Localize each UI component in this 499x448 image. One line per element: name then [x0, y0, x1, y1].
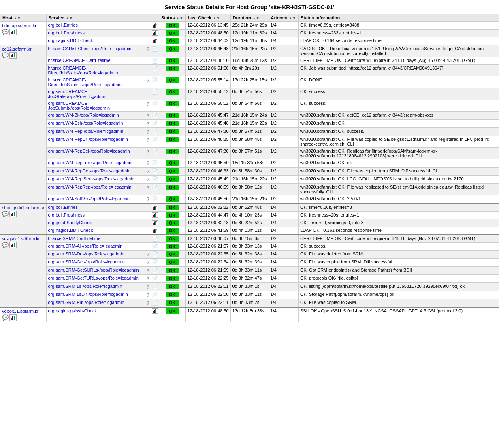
warn-chart-icon[interactable]: [152, 308, 158, 314]
col-status[interactable]: Status ▲▼: [159, 14, 186, 22]
service-link[interactable]: hr.srce.CREAMCE-CertLifetime: [48, 58, 111, 63]
question-icon[interactable]: ?: [146, 196, 149, 202]
service-link[interactable]: org.bdii.Entries: [48, 23, 78, 28]
chat-icon[interactable]: 💬: [2, 29, 9, 35]
file-icon[interactable]: 📄: [152, 101, 158, 106]
service-link[interactable]: org.sam.WN-RepRep-/ops/Role=lcgadmin: [48, 185, 132, 189]
file-icon[interactable]: 📄: [152, 236, 158, 242]
service-link[interactable]: org.sam.WN-RepGet-/ops/Role=lcgadmin: [48, 168, 130, 173]
host-link[interactable]: ce12.sdfarm.kr: [2, 47, 32, 51]
col-service[interactable]: Service ▲▼: [46, 14, 145, 22]
warn-chart-icon[interactable]: [152, 38, 158, 43]
service-link[interactable]: hr.sam.CADist-Check-/ops/Role=lcgadmin: [48, 46, 132, 51]
host-link[interactable]: vobox11.sdfarm.kr: [2, 309, 38, 314]
question-icon[interactable]: ?: [146, 168, 149, 174]
file-icon[interactable]: 📄: [152, 149, 158, 154]
service-link[interactable]: org.sam.CREAMCE-JobSubmit-/ops/Role=lcga…: [48, 101, 110, 110]
chart-icon[interactable]: [9, 242, 17, 248]
service-link[interactable]: org.sam.SRM-LsDir-/ops/Role=lcgadmin: [48, 292, 128, 297]
question-icon[interactable]: ?: [146, 101, 149, 107]
service-link[interactable]: org.sam.WN-Rep-/ops/Role=lcgadmin: [48, 129, 124, 134]
file-icon[interactable]: 📄: [152, 268, 158, 273]
warn-chart-icon[interactable]: [152, 212, 158, 218]
file-icon[interactable]: 📄: [152, 284, 158, 289]
file-icon[interactable]: 📄: [152, 89, 158, 95]
question-icon[interactable]: ?: [146, 46, 149, 52]
service-link[interactable]: org.gstat.SanityCheck: [48, 220, 92, 225]
col-lastcheck[interactable]: Last Check ▲▼: [186, 14, 230, 22]
chart-icon[interactable]: [9, 314, 17, 321]
question-icon[interactable]: ?: [146, 292, 149, 298]
chart-icon[interactable]: [9, 211, 17, 217]
service-link[interactable]: org.nagios.BDII-Check: [48, 228, 93, 233]
chat-icon[interactable]: 💬: [2, 211, 9, 217]
service-link[interactable]: org.nagios.BDII-Check: [48, 38, 93, 43]
chat-icon[interactable]: 💬: [2, 242, 9, 248]
file-icon[interactable]: 📄: [152, 276, 158, 281]
service-link[interactable]: org.sam.CREAMCE-JobState-/ops/Role=lcgad…: [48, 89, 107, 99]
service-link[interactable]: hr.srce.SRM2-CertLifetime: [48, 236, 101, 241]
warn-chart-icon[interactable]: [152, 205, 158, 210]
file-icon[interactable]: 📄: [152, 58, 158, 64]
service-link[interactable]: hr.srce.CREAMCE-DirectJobState-/ops/Role…: [48, 66, 118, 75]
question-icon[interactable]: ?: [146, 149, 149, 155]
file-icon[interactable]: 📄: [152, 129, 158, 134]
file-icon[interactable]: 📄: [152, 121, 158, 126]
col-attempt[interactable]: Attempt ▲▼: [269, 14, 298, 22]
service-link[interactable]: org.bdii.Entries: [48, 205, 78, 210]
service-link[interactable]: org.sam.SRM-Put-/ops/Role=lcgadmin: [48, 300, 124, 305]
file-icon[interactable]: 📄: [152, 251, 158, 257]
file-icon[interactable]: 📄: [152, 46, 158, 52]
question-icon[interactable]: ?: [146, 284, 149, 290]
file-icon[interactable]: 📄: [152, 176, 158, 182]
question-icon[interactable]: ?: [146, 176, 149, 183]
service-link[interactable]: org.sam.SRM-GetSURLs-/ops/Role=lcgadmin: [48, 268, 139, 272]
file-icon[interactable]: 📄: [152, 185, 158, 190]
host-link[interactable]: sbdii-gsdc1.sdfarm.kr: [2, 205, 45, 210]
question-icon[interactable]: ?: [146, 113, 149, 119]
service-link[interactable]: org.sam.WN-RepFree-/ops/Role=lcgadmin: [48, 160, 132, 165]
chat-icon[interactable]: 💬: [2, 52, 9, 59]
chart-icon[interactable]: [9, 52, 17, 59]
file-icon[interactable]: 📄: [152, 196, 158, 202]
question-icon[interactable]: ?: [146, 276, 149, 282]
service-link[interactable]: org.sam.SRM-GetTURLs-/ops/Role=lcgadmin: [48, 276, 139, 280]
service-link[interactable]: org.sam.WN-SoftVer-/ops/Role=lcgadmin: [48, 196, 130, 201]
service-link[interactable]: org.sam.SRM-Del-/ops/Role=lcgadmin: [48, 251, 124, 256]
question-icon[interactable]: ?: [146, 185, 149, 191]
host-link[interactable]: se-gsdc1.sdfarm.kr: [2, 236, 40, 241]
question-icon[interactable]: ?: [146, 259, 149, 265]
file-icon[interactable]: 📄: [152, 113, 158, 118]
col-duration[interactable]: Duration ▲▼: [230, 14, 269, 22]
service-link[interactable]: org.sam.SRM-All-/ops/Role=lcgadmin: [48, 244, 123, 248]
file-icon[interactable]: 📄: [152, 137, 158, 142]
warn-chart-icon[interactable]: [152, 228, 158, 233]
service-link[interactable]: org.sam.SRM-Get-/ops/Role=lcgadmin: [48, 259, 125, 264]
warn-chart-icon[interactable]: [152, 30, 158, 36]
service-link[interactable]: org.bdii.Freshness: [48, 30, 85, 35]
file-icon[interactable]: 📄: [152, 66, 158, 71]
chart-icon[interactable]: [9, 29, 17, 35]
file-icon[interactable]: 📄: [152, 168, 158, 174]
warn-chart-icon[interactable]: [152, 23, 158, 28]
file-icon[interactable]: 📄: [152, 300, 158, 306]
service-link[interactable]: org.sam.WN-RepCr-/ops/Role=lcgadmin: [48, 137, 128, 142]
question-icon[interactable]: ?: [146, 300, 149, 306]
service-link[interactable]: hr.srce.CREAMCE-DirectJobSubmit-/ops/Rol…: [48, 77, 122, 87]
question-icon[interactable]: ?: [146, 268, 149, 274]
service-link[interactable]: org.sam.WN-ReplSenv-/ops/Role=lcgadmin: [48, 176, 134, 181]
question-icon[interactable]: ?: [146, 137, 149, 143]
service-link[interactable]: org.sam.WN-Csh-/ops/Role=lcgadmin: [48, 121, 123, 125]
file-icon[interactable]: 📄: [152, 244, 158, 249]
chat-icon[interactable]: 💬: [2, 314, 9, 321]
service-link[interactable]: org.bdii.Freshness: [48, 212, 85, 217]
file-icon[interactable]: 📄: [152, 259, 158, 265]
col-host[interactable]: Host ▲▼: [0, 14, 47, 22]
question-icon[interactable]: ?: [146, 77, 149, 83]
service-link[interactable]: org.sam.WN-Bi-/ops/Role=lcgadmin: [48, 113, 119, 117]
question-icon[interactable]: ?: [146, 129, 149, 135]
question-icon[interactable]: ?: [146, 160, 149, 166]
file-icon[interactable]: 📄: [152, 77, 158, 83]
question-icon[interactable]: ?: [146, 121, 149, 127]
file-icon[interactable]: 📄: [152, 292, 158, 297]
